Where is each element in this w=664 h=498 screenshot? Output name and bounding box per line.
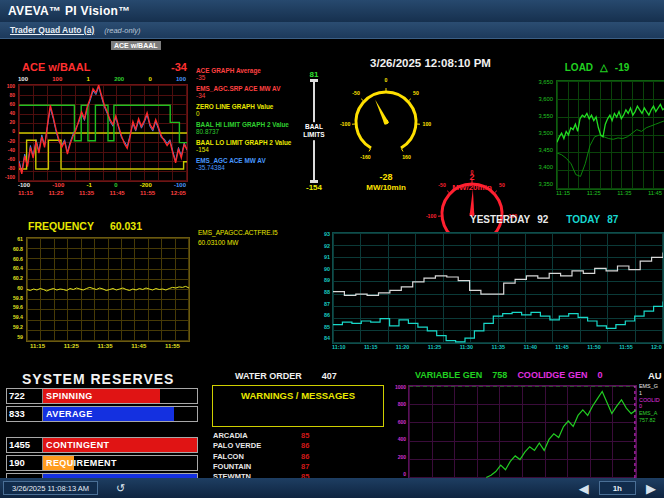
- tick-label: 11:50: [587, 345, 601, 350]
- load-chart[interactable]: [556, 80, 664, 190]
- tick-label: 0: [403, 472, 406, 477]
- load-title: LOAD: [565, 62, 593, 73]
- tick-label: 11:25: [64, 343, 79, 349]
- ace-x-axis: 11:1511:2511:3511:4511:5512:05: [18, 190, 186, 196]
- gauge-tick-label: 160: [402, 155, 411, 160]
- tick-label: 11:35: [492, 345, 506, 350]
- ace-scale-top: 10010012000100: [18, 76, 186, 82]
- gauge-20min-unit: MW/20min: [424, 183, 520, 192]
- frequency-chart[interactable]: [26, 237, 190, 342]
- tick-label: -1: [87, 182, 92, 188]
- tick-label: 11:25: [49, 190, 64, 196]
- temps-title-row: YESTERDAY 92 TODAY 87: [470, 214, 618, 225]
- duration-selector[interactable]: 1h: [599, 481, 636, 495]
- tick-label: 59.2: [13, 325, 23, 330]
- tick-label: 11:25: [428, 345, 442, 350]
- gauge-10min-value: -28: [338, 172, 434, 182]
- tick-label: 0: [114, 182, 117, 188]
- tick-label: 59.8: [13, 296, 23, 301]
- gauge-20min-value: 2: [424, 172, 520, 182]
- station-name: ARCADIA: [213, 431, 301, 441]
- start-time-box[interactable]: 3/26/2025 11:08:13 AM: [3, 481, 98, 495]
- app-header: AVEVA™ PI Vision™: [0, 0, 664, 22]
- selected-text-label: ACE w/BAAL: [111, 41, 161, 50]
- tick-label: 11:35: [617, 191, 631, 197]
- tick-label: 11:10: [332, 345, 346, 350]
- tick-label: 60: [9, 102, 15, 107]
- temps-x-axis: 11:1011:1511:2011:2511:3011:3511:4011:45…: [332, 345, 662, 350]
- variable-gen-value: 758: [492, 370, 507, 380]
- gen-title-row: VARIABLE GEN 758 COOLIDGE GEN 0: [415, 370, 602, 380]
- tick-label: 12:0: [651, 345, 662, 350]
- today-group: TODAY 87: [566, 214, 618, 225]
- gen-legend: EMS_G1COOLID0EMS_A757.82: [639, 383, 664, 477]
- tick-label: 80: [9, 93, 15, 98]
- pi-vision-dashboard: AVEVA™ PI Vision™ Trader Quad Auto (a) (…: [0, 0, 664, 498]
- water-order-value: 407: [322, 371, 337, 381]
- tick-label: -200: [140, 182, 152, 188]
- dashboard-clock: 3/26/2025 12:08:10 PM: [333, 57, 528, 69]
- coolidge-gen-value: 0: [597, 370, 602, 380]
- tick-label: 90: [324, 267, 330, 272]
- gen-legend-line: EMS_A: [639, 410, 664, 417]
- read-only-label: (read-only): [104, 26, 140, 35]
- station-value: 85: [301, 431, 309, 441]
- tick-label: 11:35: [79, 190, 94, 196]
- back-arrow-icon[interactable]: ◀: [579, 482, 589, 495]
- temps-y-axis: 93929190898887868584: [317, 232, 330, 342]
- tick-label: 59: [17, 335, 23, 340]
- warnings-box: WARNINGS / MESSAGES: [212, 385, 384, 427]
- tick-label: 60: [17, 286, 23, 291]
- tick-label: 3,350: [538, 182, 553, 188]
- tick-label: -20: [8, 139, 15, 144]
- gen-y-axis: 10008006004002000: [392, 385, 406, 477]
- gauge-tick-label: -50: [352, 91, 360, 96]
- gauge-tick-label: 100: [423, 122, 432, 127]
- gauge-10min-unit: MW/10min: [338, 183, 434, 192]
- ace-value: -34: [171, 61, 187, 73]
- tick-label: -100: [174, 182, 186, 188]
- display-name-link[interactable]: Trader Quad Auto (a): [10, 25, 94, 35]
- tick-label: 800: [398, 402, 406, 407]
- tick-label: 89: [324, 278, 330, 283]
- tick-label: -100: [5, 175, 15, 180]
- load-x-axis: 11:1511:2511:3511:45: [556, 191, 662, 197]
- tick-label: 88: [324, 290, 330, 295]
- tick-label: 84: [324, 336, 330, 341]
- ace-10min-gauge: -160-100-50050100160: [338, 80, 434, 172]
- reserve-label: CONTINGENT: [46, 439, 110, 452]
- tick-label: 100: [52, 76, 62, 82]
- tick-label: 11:45: [110, 190, 125, 196]
- ace-chart[interactable]: [18, 84, 188, 182]
- station-row: FOUNTAIN87: [213, 462, 373, 472]
- system-reserves-rows: 722SPINNING833AVERAGE1455CONTINGENT190RE…: [6, 388, 198, 491]
- display-toolbar: Trader Quad Auto (a) (read-only): [0, 22, 664, 39]
- tick-label: 11:20: [396, 345, 410, 350]
- tick-label: 400: [398, 437, 406, 442]
- gen-legend-line: EMS_G: [639, 383, 664, 390]
- tick-label: 85: [324, 325, 330, 330]
- baal-limits-slider[interactable]: 81 BAALLIMITS -154: [290, 70, 338, 192]
- temps-chart[interactable]: [332, 232, 664, 344]
- time-nav-group: ◀ 1h ▶: [579, 481, 656, 495]
- warnings-title: WARNINGS / MESSAGES: [213, 390, 383, 401]
- tick-label: 11:55: [140, 190, 155, 196]
- gauge-tick-label: -160: [360, 155, 370, 160]
- tick-label: 100: [176, 76, 186, 82]
- frequency-tag-value: 60.03100 MW: [198, 238, 278, 248]
- tick-label: -100: [18, 182, 30, 188]
- tick-label: 11:45: [555, 345, 569, 350]
- tick-label: 92: [324, 244, 330, 249]
- frequency-y-axis: 6160.860.660.460.26059.859.659.459.259: [0, 237, 23, 340]
- tick-label: 11:15: [556, 191, 570, 197]
- gen-legend-line: 757.82: [639, 417, 664, 424]
- frequency-x-axis: 11:1511:2511:3511:4511:55: [30, 343, 180, 349]
- variable-gen-chart[interactable]: [408, 385, 637, 479]
- reserve-value: 190: [7, 456, 43, 470]
- system-reserves-title: SYSTEM RESERVES: [22, 371, 174, 387]
- baal-hi-value: 81: [310, 70, 319, 79]
- tick-label: 1000: [395, 385, 406, 390]
- refresh-icon[interactable]: ↺: [116, 482, 125, 495]
- forward-arrow-icon[interactable]: ▶: [646, 482, 656, 495]
- tick-label: 600: [398, 420, 406, 425]
